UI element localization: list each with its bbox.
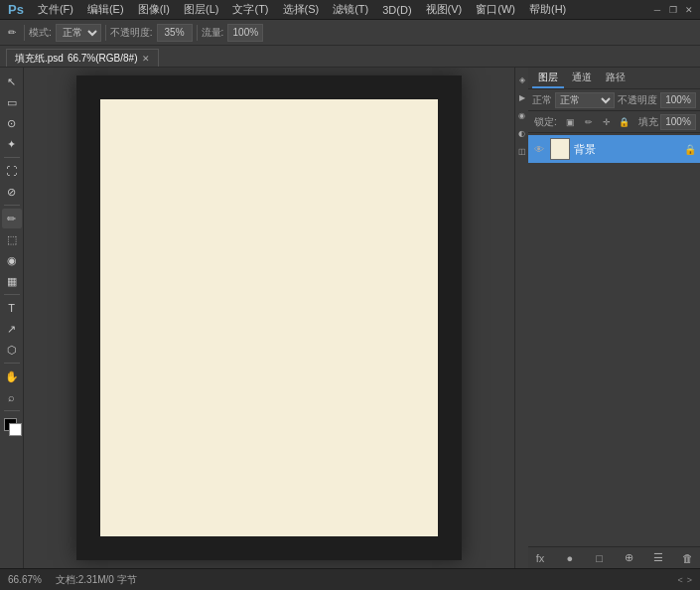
menu-help[interactable]: 帮助(H) bbox=[523, 1, 572, 18]
brush-preset-button[interactable]: ◉ bbox=[516, 107, 528, 123]
layer-controls-bar: 锁定: ▣ ✏ ✛ 🔒 填充 bbox=[528, 111, 700, 133]
hand-tool[interactable]: ✋ bbox=[2, 367, 22, 386]
menu-3d[interactable]: 3D(D) bbox=[376, 3, 417, 17]
history-button[interactable]: ◈ bbox=[516, 72, 528, 87]
color-swatch[interactable] bbox=[2, 416, 22, 436]
fill-label: 填充 bbox=[638, 115, 658, 129]
blend-mode-select[interactable]: 正常 bbox=[555, 92, 615, 108]
lock-all-button[interactable]: 🔒 bbox=[617, 115, 632, 129]
new-layer-button[interactable]: ⊕ bbox=[621, 550, 636, 566]
path-tool[interactable]: ↗ bbox=[2, 319, 22, 339]
canvas-wrapper bbox=[76, 75, 462, 560]
layer-options-bar: 正常 正常 不透明度 bbox=[528, 89, 700, 111]
left-toolbar: ↖ ▭ ⊙ ✦ ⛶ ⊘ ✏ ⬚ ◉ ▦ T ↗ ⬡ ✋ ⌕ bbox=[0, 68, 24, 568]
menu-image[interactable]: 图像(I) bbox=[132, 1, 176, 18]
tool-separator-5 bbox=[4, 410, 20, 411]
status-nav: < > bbox=[677, 575, 692, 585]
tool-separator-1 bbox=[4, 157, 20, 158]
zoom-tool[interactable]: ⌕ bbox=[2, 387, 22, 407]
menu-type[interactable]: 文字(T) bbox=[226, 1, 274, 18]
lock-transparent-button[interactable]: ▣ bbox=[563, 115, 579, 129]
nav-prev-button[interactable]: < bbox=[677, 575, 682, 585]
magic-wand-tool[interactable]: ✦ bbox=[2, 134, 22, 154]
toolbar-sep-1 bbox=[24, 25, 25, 41]
lock-label: 锁定: bbox=[534, 115, 557, 129]
document-tab[interactable]: 填充纸.psd 66.7%(RGB/8#) ✕ bbox=[6, 49, 159, 67]
tab-bar: 填充纸.psd 66.7%(RGB/8#) ✕ bbox=[0, 46, 700, 68]
menu-window[interactable]: 窗口(W) bbox=[470, 1, 521, 18]
menu-select[interactable]: 选择(S) bbox=[277, 1, 326, 18]
flow-input[interactable] bbox=[227, 24, 263, 42]
toolbar-bar: ✏ 模式: 正常 溶解 不透明度: 流量: bbox=[0, 20, 700, 46]
flow-label: 流量: bbox=[202, 26, 224, 40]
mode-select[interactable]: 正常 溶解 bbox=[56, 24, 101, 42]
right-mini-toolbar: ◈ ▶ ◉ ◐ ◫ bbox=[514, 68, 528, 568]
shape-tool[interactable]: ⬡ bbox=[2, 340, 22, 360]
adjustments-button[interactable]: ◐ bbox=[516, 125, 528, 141]
layers-list: 👁 背景 🔒 bbox=[528, 133, 700, 546]
lock-paint-button[interactable]: ✏ bbox=[581, 115, 597, 129]
tab-layers[interactable]: 图层 bbox=[532, 69, 564, 88]
new-adjustment-button[interactable]: ● bbox=[562, 550, 578, 566]
toolbar-sep-2 bbox=[105, 25, 106, 41]
new-group-button[interactable]: □ bbox=[592, 550, 608, 566]
tool-separator-4 bbox=[4, 363, 20, 364]
brush-tool[interactable]: ✏ bbox=[2, 209, 22, 228]
menu-file[interactable]: 文件(F) bbox=[32, 1, 79, 18]
opacity-input[interactable] bbox=[157, 24, 193, 42]
fx-button[interactable]: fx bbox=[532, 550, 548, 566]
canvas-document bbox=[100, 99, 438, 536]
nav-next-button[interactable]: > bbox=[687, 575, 692, 585]
ps-logo: Ps bbox=[4, 2, 28, 17]
type-tool[interactable]: T bbox=[2, 298, 22, 318]
panel-bottom-bar: fx ● □ ⊕ ☰ 🗑 bbox=[528, 546, 700, 568]
opacity-label: 不透明度 bbox=[618, 93, 657, 107]
panel-tabs: 图层 通道 路径 bbox=[528, 68, 700, 89]
eyedropper-tool[interactable]: ⊘ bbox=[2, 182, 22, 202]
menu-layer[interactable]: 图层(L) bbox=[178, 1, 224, 18]
menu-bar: Ps 文件(F) 编辑(E) 图像(I) 图层(L) 文字(T) 选择(S) 滤… bbox=[0, 0, 700, 20]
background-color[interactable] bbox=[9, 423, 22, 436]
tab-close-button[interactable]: ✕ bbox=[142, 54, 150, 64]
opacity-label: 不透明度: bbox=[110, 26, 153, 40]
menu-view[interactable]: 视图(V) bbox=[420, 1, 469, 18]
mode-label: 模式: bbox=[29, 26, 52, 40]
actions-button[interactable]: ▶ bbox=[516, 89, 528, 105]
clone-tool[interactable]: ⬚ bbox=[2, 229, 22, 249]
window-controls: ─ ❐ ✕ bbox=[650, 3, 696, 17]
layer-visibility-icon[interactable]: 👁 bbox=[532, 142, 546, 156]
main-layout: ↖ ▭ ⊙ ✦ ⛶ ⊘ ✏ ⬚ ◉ ▦ T ↗ ⬡ ✋ ⌕ ◈ ▶ bbox=[0, 68, 700, 568]
delete-layer-button[interactable]: 🗑 bbox=[680, 550, 696, 566]
marquee-tool[interactable]: ▭ bbox=[2, 92, 22, 112]
tab-paths[interactable]: 路径 bbox=[600, 69, 631, 88]
file-info: 文档:2.31M/0 字节 bbox=[56, 573, 669, 587]
crop-tool[interactable]: ⛶ bbox=[2, 161, 22, 181]
tool-separator-2 bbox=[4, 205, 20, 206]
gradient-tool[interactable]: ▦ bbox=[2, 271, 22, 291]
tab-name: 填充纸.psd bbox=[15, 52, 64, 66]
layer-lock-icon: 🔒 bbox=[684, 144, 696, 155]
tab-channels[interactable]: 通道 bbox=[566, 69, 598, 88]
canvas-area bbox=[24, 68, 514, 568]
status-bar: 66.67% 文档:2.31M/0 字节 < > bbox=[0, 568, 700, 590]
layer-name: 背景 bbox=[574, 142, 680, 157]
menu-edit[interactable]: 编辑(E) bbox=[81, 1, 130, 18]
brush-tool-button[interactable]: ✏ bbox=[4, 26, 20, 39]
lock-move-button[interactable]: ✛ bbox=[599, 115, 615, 129]
lasso-tool[interactable]: ⊙ bbox=[2, 113, 22, 133]
tool-separator-3 bbox=[4, 294, 20, 295]
styles-button[interactable]: ◫ bbox=[516, 143, 528, 159]
blend-mode-label: 正常 bbox=[532, 93, 552, 107]
minimize-button[interactable]: ─ bbox=[650, 3, 664, 17]
close-button[interactable]: ✕ bbox=[682, 3, 696, 17]
layer-item[interactable]: 👁 背景 🔒 bbox=[528, 135, 700, 163]
fill-input[interactable] bbox=[660, 114, 696, 130]
panel-menu-button[interactable]: ☰ bbox=[650, 550, 666, 566]
toolbar-sep-3 bbox=[197, 25, 198, 41]
eraser-tool[interactable]: ◉ bbox=[2, 250, 22, 270]
move-tool[interactable]: ↖ bbox=[2, 72, 22, 91]
opacity-layer-input[interactable] bbox=[660, 92, 696, 108]
layer-thumbnail bbox=[550, 138, 570, 160]
menu-filter[interactable]: 滤镜(T) bbox=[327, 1, 374, 18]
restore-button[interactable]: ❐ bbox=[666, 3, 680, 17]
